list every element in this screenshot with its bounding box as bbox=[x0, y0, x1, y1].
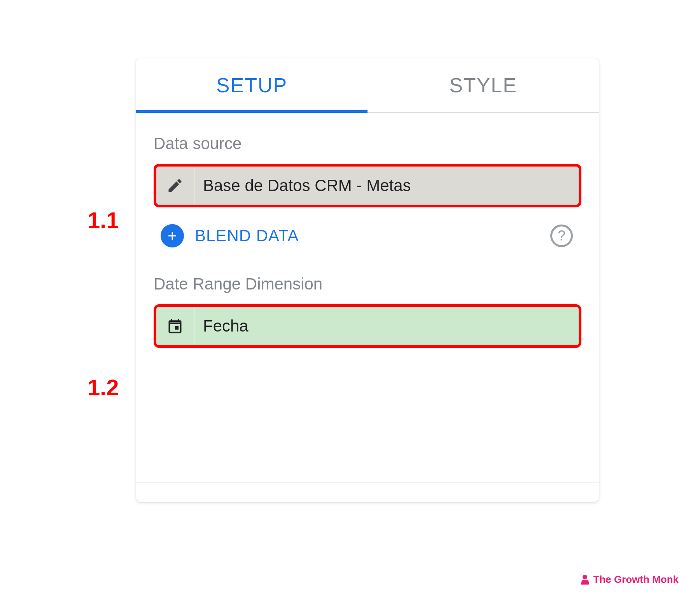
blend-data-button[interactable]: BLEND DATA bbox=[195, 226, 550, 245]
monk-icon bbox=[581, 575, 589, 585]
tab-setup[interactable]: SETUP bbox=[136, 58, 368, 112]
date-range-chip[interactable]: Fecha bbox=[156, 307, 579, 345]
calendar-icon bbox=[156, 307, 194, 345]
annotation-highlight-1: Base de Datos CRM - Metas bbox=[154, 164, 581, 207]
data-source-section-label: Data source bbox=[154, 134, 581, 153]
watermark-text: The Growth Monk bbox=[593, 574, 679, 586]
annotation-callout-1: 1.1 bbox=[88, 207, 119, 233]
panel-divider bbox=[136, 482, 599, 482]
help-icon[interactable]: ? bbox=[550, 225, 573, 247]
pencil-icon[interactable] bbox=[156, 167, 194, 205]
plus-icon[interactable] bbox=[161, 224, 184, 247]
setup-tab-body: Data source Base de Datos CRM - Metas BL… bbox=[136, 113, 599, 348]
properties-panel: SETUP STYLE Data source Base de Datos CR… bbox=[136, 58, 599, 502]
data-source-chip[interactable]: Base de Datos CRM - Metas bbox=[156, 167, 579, 205]
tab-style[interactable]: STYLE bbox=[368, 58, 599, 112]
blend-data-row: BLEND DATA ? bbox=[154, 218, 581, 253]
watermark: The Growth Monk bbox=[581, 574, 679, 586]
date-range-section-label: Date Range Dimension bbox=[154, 275, 581, 293]
date-range-field-name: Fecha bbox=[194, 317, 579, 335]
tab-bar: SETUP STYLE bbox=[136, 58, 599, 113]
annotation-highlight-2: Fecha bbox=[154, 304, 581, 348]
annotation-callout-2: 1.2 bbox=[88, 374, 119, 400]
data-source-name: Base de Datos CRM - Metas bbox=[194, 176, 579, 195]
